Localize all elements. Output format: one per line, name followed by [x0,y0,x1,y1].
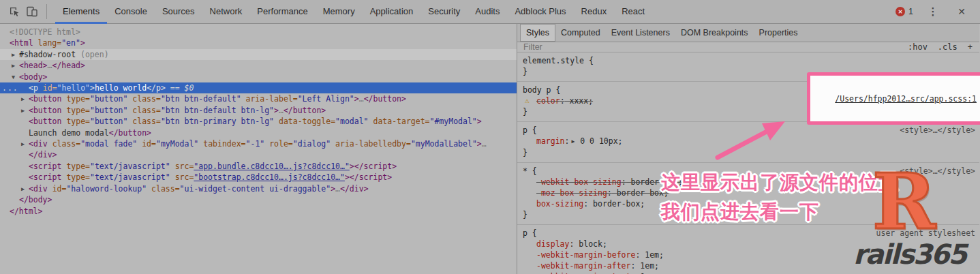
kebab-menu-icon[interactable]: ⋮ [924,3,942,20]
code-segment: </button> [284,106,326,115]
styles-toggle--[interactable]: + [968,42,973,52]
expand-arrow-icon[interactable]: ▶ [21,105,29,116]
tree-node[interactable]: ▶<button type="button" class="btn btn-de… [0,93,517,104]
code-segment: lang= [33,38,62,48]
tab-react[interactable]: React [614,0,652,24]
code-segment: <!DOCTYPE html> [10,27,80,37]
open-brace: { [527,125,537,135]
styles-toggle--cls[interactable]: .cls [938,42,958,52]
tree-node[interactable]: ...<p id="hello">hello world</p> == $0 [0,82,517,93]
tree-node[interactable]: ▶<head>…</head> [0,60,517,71]
tree-node[interactable]: </html> [0,206,517,217]
tab-redux[interactable]: Redux [574,0,615,24]
code-segment: <html [10,38,33,48]
tree-node[interactable]: ▶#shadow-root (open) [0,49,517,60]
open-brace: { [527,228,537,238]
expand-arrow-icon[interactable]: ▶ [12,60,19,71]
tree-node[interactable]: ▼<body> [0,72,517,82]
sidebar-tab-properties[interactable]: Properties [754,25,803,41]
code-segment: data-target= [369,117,430,126]
tree-node[interactable]: </body> [0,194,517,205]
tree-node[interactable]: <script type="text/javascript" src="boot… [0,172,517,183]
tab-elements[interactable]: Elements [55,0,107,24]
inspect-element-icon[interactable] [5,3,23,20]
rails365-logo-r: R [872,164,936,240]
tab-adblock-plus[interactable]: Adblock Plus [507,0,573,24]
property-value: 0 0 10px; [575,136,622,146]
property-name: color [536,96,560,106]
tree-node[interactable]: <html lang="en"> [0,37,517,48]
error-count: 1 [908,7,913,16]
tree-node[interactable]: ▶<div class="modal fade" id="myModal" ta… [0,138,517,149]
tab-memory[interactable]: Memory [316,0,363,24]
annotation-highlight-box: /Users/hfpp2012…src/app.scss:1 [807,72,980,125]
tree-node[interactable]: ▶<div id="haloword-lookup" class="ui-wid… [0,183,517,194]
tree-node[interactable]: <!DOCTYPE html> [0,27,517,37]
tab-console[interactable]: Console [107,0,155,24]
device-toolbar-icon[interactable] [23,3,41,20]
expand-shorthand-icon[interactable]: ▶ [571,138,575,144]
expand-arrow-icon[interactable]: ▶ [21,93,29,104]
tree-node[interactable]: ▶<button type="button" class="btn btn-de… [0,105,517,116]
close-icon[interactable]: ✕ [953,3,970,20]
property-text: -webkit-margin-before: 1em; [536,250,664,260]
property-colon: : [607,188,612,198]
rule-origin[interactable]: <style>…</style> [900,125,975,136]
sidebar-tab-event-listeners[interactable]: Event Listeners [606,25,675,41]
code-segment: class= [147,184,179,194]
tab-security[interactable]: Security [420,0,468,24]
property-text: -moz-box-sizing: border-box; [536,188,669,198]
tab-network[interactable]: Network [202,0,250,24]
tree-node[interactable]: Launch demo modal</button> [0,127,517,138]
devtools-toolbar: ElementsConsoleSourcesNetworkPerformance… [0,0,980,24]
tab-application[interactable]: Application [363,0,421,24]
error-badge[interactable]: ✕ 1 [895,7,913,16]
code-segment: == $0 [166,83,194,93]
code-segment: (open) [76,50,108,59]
expand-arrow-icon[interactable]: ▶ [21,183,29,194]
code-segment: "hello" [57,83,90,93]
tree-node[interactable]: <button type="button" class="btn btn-pri… [0,116,517,127]
open-brace: { [584,56,594,65]
property-name: -webkit-box-sizing [536,177,622,187]
code-segment: data-toggle= [274,117,335,126]
sidebar-tab-computed[interactable]: Computed [555,25,606,41]
property-value: 1em; [635,261,659,271]
source-file-link[interactable]: /Users/hfpp2012…src/app.scss:1 [835,94,977,104]
code-segment: "btn btn-primary btn-lg" [161,117,274,126]
css-property[interactable]: margin:▶ 0 0 10px; [523,136,979,147]
devtools-window: ElementsConsoleSourcesNetworkPerformance… [0,0,980,274]
expand-arrow-icon[interactable]: ▶ [12,49,19,60]
rule-selector[interactable]: p [523,125,527,135]
code-segment: type= [61,94,90,104]
css-property[interactable]: -webkit-margin-start: 0px; [523,271,979,274]
tab-audits[interactable]: Audits [468,0,507,24]
rule-selector[interactable]: * [523,166,527,176]
tree-node[interactable]: <script type="text/javascript" src="app.… [0,161,517,172]
tree-node[interactable]: </div> [0,149,517,160]
code-segment: id= [48,184,67,194]
toolbar-right-controls: ✕ 1 ⋮ ✕ [895,3,980,20]
rule-selector[interactable]: element.style [523,56,584,65]
sidebar-tab-styles[interactable]: Styles [520,24,555,42]
code-segment: "bootstrap.c8dcc10….js?c8dcc10…" [194,172,345,182]
callout-line1: 这里显示出了源文件的位置 [661,168,898,197]
tab-performance[interactable]: Performance [249,0,315,24]
property-name: box-sizing [536,199,583,209]
code-segment: <body> [19,72,48,82]
tab-sources[interactable]: Sources [155,0,202,24]
code-segment: type= [61,117,90,126]
rule-selector[interactable]: body p [523,85,551,95]
styles-toggle--hov[interactable]: :hov [908,42,928,52]
code-segment: class= [127,106,160,115]
code-segment: <div [29,184,48,194]
collapse-arrow-icon[interactable]: ▼ [12,72,19,82]
code-segment: <head> [19,61,48,70]
sidebar-tab-dom-breakpoints[interactable]: DOM Breakpoints [675,25,754,41]
styles-filter-bar: Filter :hov.cls+ [517,42,979,52]
property-value: block; [574,239,607,249]
code-segment: > [345,172,350,182]
rule-selector[interactable]: p [523,228,527,238]
filter-input[interactable]: Filter [523,42,908,52]
expand-arrow-icon[interactable]: ▶ [21,138,29,149]
